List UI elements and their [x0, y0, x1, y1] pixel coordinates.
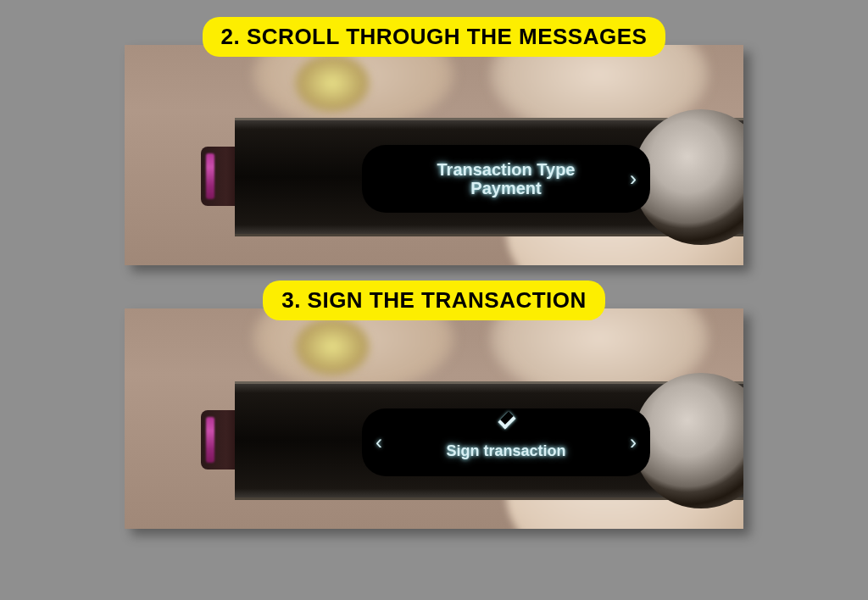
step-2-photo: Transaction Type Payment › [125, 45, 743, 265]
screen1-line2: Payment [437, 179, 575, 197]
step-3-caption: 3. Sign the transaction [263, 281, 605, 320]
screen2-label: Sign transaction [446, 443, 565, 460]
ledger-screen-1: Transaction Type Payment › [362, 145, 650, 213]
step-3-photo: ‹ Sign transaction › [125, 308, 743, 529]
checkmark-icon [494, 417, 518, 432]
chevron-left-icon: ‹ [376, 431, 382, 454]
ledger-screen-2: ‹ Sign transaction › [362, 408, 650, 476]
step-2-caption: 2. Scroll through the messages [203, 17, 666, 57]
chevron-right-icon: › [630, 167, 637, 191]
chevron-right-icon: › [630, 431, 637, 454]
screen1-line1: Transaction Type [437, 160, 575, 179]
